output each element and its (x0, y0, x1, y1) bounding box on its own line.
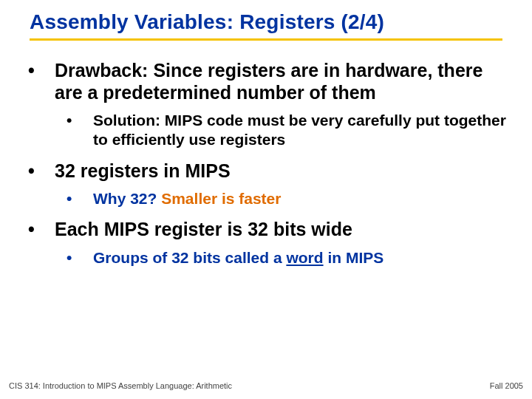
bullet-icon: • (80, 111, 93, 130)
bullet-drawback: • Drawback: Since registers are in hardw… (30, 60, 511, 103)
subbullet-why-32: • Why 32? Smaller is faster (30, 189, 511, 208)
bullet-text-prefix: Why 32? (93, 190, 161, 207)
slide-body: • Drawback: Since registers are in hardw… (0, 41, 532, 267)
bullet-text-suffix: in MIPS (324, 249, 384, 266)
bullet-icon: • (41, 160, 55, 183)
subbullet-word: • Groups of 32 bits called a word in MIP… (30, 248, 511, 267)
footer-left: CIS 314: Introduction to MIPS Assembly L… (9, 381, 232, 390)
bullet-text: Each MIPS register is 32 bits wide (55, 219, 352, 239)
bullet-icon: • (41, 219, 55, 241)
bullet-icon: • (80, 248, 93, 267)
bullet-text: 32 registers in MIPS (55, 160, 231, 181)
subbullet-solution: • Solution: MIPS code must be very caref… (30, 111, 511, 150)
footer: CIS 314: Introduction to MIPS Assembly L… (0, 381, 532, 390)
bullet-32-bits-wide: • Each MIPS register is 32 bits wide (30, 219, 511, 241)
bullet-32-registers: • 32 registers in MIPS (30, 160, 511, 183)
footer-right: Fall 2005 (490, 381, 523, 390)
slide: Assembly Variables: Registers (2/4) • Dr… (0, 0, 532, 399)
bullet-icon: • (41, 60, 55, 82)
bullet-icon: • (80, 189, 93, 208)
slide-title: Assembly Variables: Registers (2/4) (30, 10, 532, 34)
bullet-text-word: word (286, 249, 323, 266)
bullet-text-highlight: Smaller is faster (161, 190, 281, 207)
bullet-text-prefix: Groups of 32 bits called a (93, 249, 286, 266)
bullet-text: Solution: MIPS code must be very careful… (93, 112, 506, 148)
title-wrap: Assembly Variables: Registers (2/4) (0, 0, 532, 34)
bullet-text: Drawback: Since registers are in hardwar… (55, 60, 482, 103)
